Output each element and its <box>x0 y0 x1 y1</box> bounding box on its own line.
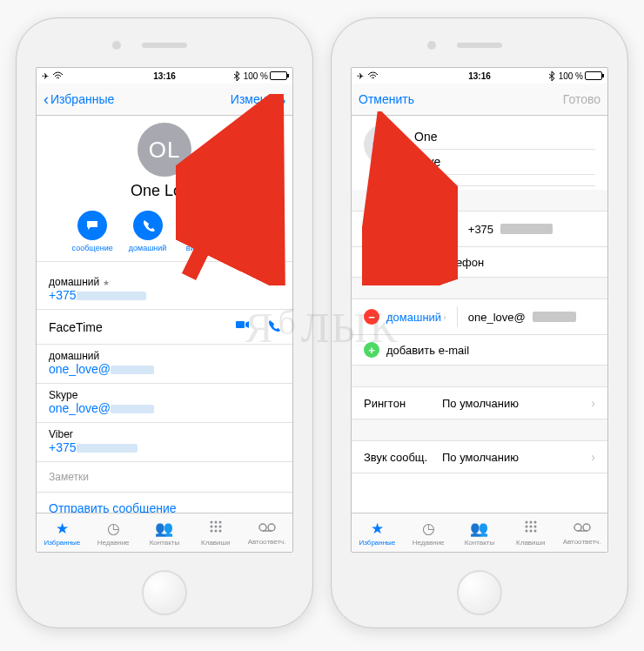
notes-label[interactable]: Заметки <box>37 462 292 493</box>
mail-icon <box>235 218 249 232</box>
svg-point-22 <box>525 529 527 532</box>
tab-recents[interactable]: ◷Недавние <box>88 513 139 552</box>
facetime-row: FaceTime <box>37 310 292 345</box>
svg-point-21 <box>533 525 536 527</box>
svg-point-12 <box>259 524 266 531</box>
last-name-field[interactable]: Love <box>414 150 595 175</box>
facetime-video-button[interactable] <box>235 319 251 335</box>
svg-point-6 <box>210 525 212 527</box>
message-button[interactable]: сообщение <box>72 211 113 252</box>
facetime-audio-button[interactable] <box>266 319 280 335</box>
tab-voicemail[interactable]: Автоответч. <box>556 513 607 552</box>
voicemail-icon <box>258 520 276 537</box>
svg-point-4 <box>214 520 217 523</box>
home-phone-section[interactable]: домашний ★ +375 <box>37 271 292 310</box>
email-field-row[interactable]: − домашний› one_love@ <box>352 299 607 335</box>
nav-bar: ‹ Избранные Изменить <box>37 84 292 116</box>
status-bar: ✈ 13:16 100 % <box>352 68 607 84</box>
facetime-label: FaceTime <box>49 320 103 334</box>
viber-section[interactable]: Viber +375 <box>37 423 292 462</box>
text-tone-row[interactable]: Звук сообщ.По умолчанию › <box>352 441 607 473</box>
svg-point-9 <box>210 529 212 532</box>
video-icon <box>190 218 204 232</box>
svg-point-24 <box>533 529 536 532</box>
svg-point-17 <box>529 520 532 523</box>
svg-rect-0 <box>191 223 198 228</box>
chevron-right-icon: › <box>591 396 595 410</box>
clock-icon: ◷ <box>107 520 120 538</box>
company-field[interactable] <box>414 175 595 186</box>
send-message-button[interactable]: Отправить сообщение <box>37 493 292 513</box>
screen-right: ✈ 13:16 100 % Отменить Готово ф <box>351 67 608 553</box>
tab-recents[interactable]: ◷Недавние <box>403 513 454 552</box>
chevron-right-icon: › <box>443 312 446 322</box>
statusbar-time: 13:16 <box>37 71 292 81</box>
chevron-right-icon: › <box>443 224 446 234</box>
video-button[interactable]: видео <box>182 211 211 252</box>
contact-content: OL One Love сообщение домашний <box>37 116 292 513</box>
delete-icon[interactable]: − <box>364 309 379 325</box>
add-icon: + <box>364 254 379 270</box>
phone-frame-right: ✈ 13:16 100 % Отменить Готово ф <box>331 17 628 628</box>
statusbar-time: 13:16 <box>352 71 607 81</box>
add-icon: + <box>364 342 379 358</box>
home-button[interactable] <box>457 570 502 615</box>
tab-bar: ★Избранные ◷Недавние 👥Контакты Клавиши А… <box>352 513 607 552</box>
tab-bar: ★Избранные ◷Недавние 👥Контакты Клавиши А… <box>37 513 292 552</box>
nav-bar: Отменить Готово <box>352 84 607 116</box>
contact-avatar[interactable]: OL <box>138 123 191 177</box>
back-button[interactable]: ‹ Избранные <box>44 91 114 107</box>
phone-frame-left: ✈ 13:16 100 % ‹ Избранные Изменить <box>16 17 313 628</box>
delete-icon[interactable]: − <box>364 221 379 237</box>
keypad-icon <box>209 520 223 538</box>
add-phone-button[interactable]: + добавить телефон <box>352 247 607 278</box>
home-email-section[interactable]: домашний one_love@ <box>37 345 292 384</box>
svg-point-13 <box>268 524 275 531</box>
svg-point-8 <box>218 525 221 527</box>
ringtone-row[interactable]: РингтонПо умолчанию › <box>352 387 607 419</box>
svg-point-3 <box>210 520 212 523</box>
email-button[interactable]: e-mail <box>227 211 257 252</box>
cancel-button[interactable]: Отменить <box>359 92 414 106</box>
svg-point-10 <box>214 529 217 532</box>
contacts-icon: 👥 <box>470 520 488 538</box>
action-row: сообщение домашний видео e-mail <box>37 211 292 262</box>
tab-favorites[interactable]: ★Избранные <box>352 513 403 552</box>
svg-point-20 <box>529 525 532 527</box>
svg-point-23 <box>529 529 532 532</box>
add-photo-button[interactable]: фото <box>364 124 404 164</box>
tab-voicemail[interactable]: Автоответч. <box>241 513 292 552</box>
edit-button[interactable]: Изменить <box>231 92 285 106</box>
chevron-left-icon: ‹ <box>44 91 49 107</box>
voicemail-icon <box>574 520 591 537</box>
first-name-field[interactable]: One <box>414 124 595 150</box>
edit-content: фото One Love − домашний› +375 + <box>352 116 607 513</box>
tab-favorites[interactable]: ★Избранные <box>37 513 88 552</box>
tab-keypad[interactable]: Клавиши <box>505 513 556 552</box>
tab-keypad[interactable]: Клавиши <box>190 513 241 552</box>
phone-field-row[interactable]: − домашний› +375 <box>352 211 607 247</box>
contacts-icon: 👥 <box>155 520 173 538</box>
chevron-right-icon: › <box>591 450 595 464</box>
home-button[interactable] <box>142 570 187 615</box>
svg-point-25 <box>574 524 581 531</box>
tab-contacts[interactable]: 👥Контакты <box>454 513 506 552</box>
clock-icon: ◷ <box>422 520 435 538</box>
add-email-button[interactable]: + добавить e-mail <box>352 335 607 366</box>
contact-name: One Love <box>37 182 292 200</box>
call-button[interactable]: домашний <box>129 211 167 252</box>
svg-point-7 <box>214 525 217 527</box>
phone-icon <box>141 218 155 232</box>
keypad-icon <box>524 520 538 538</box>
svg-point-18 <box>533 520 536 523</box>
skype-section[interactable]: Skype one_love@ <box>37 384 292 423</box>
message-icon <box>85 218 99 232</box>
svg-rect-2 <box>236 321 245 328</box>
tab-contacts[interactable]: 👥Контакты <box>139 513 191 552</box>
svg-point-26 <box>583 524 590 531</box>
done-button[interactable]: Готово <box>563 92 600 106</box>
svg-point-5 <box>218 520 221 523</box>
svg-rect-1 <box>237 222 247 229</box>
svg-point-11 <box>218 529 221 532</box>
svg-point-16 <box>525 520 527 523</box>
